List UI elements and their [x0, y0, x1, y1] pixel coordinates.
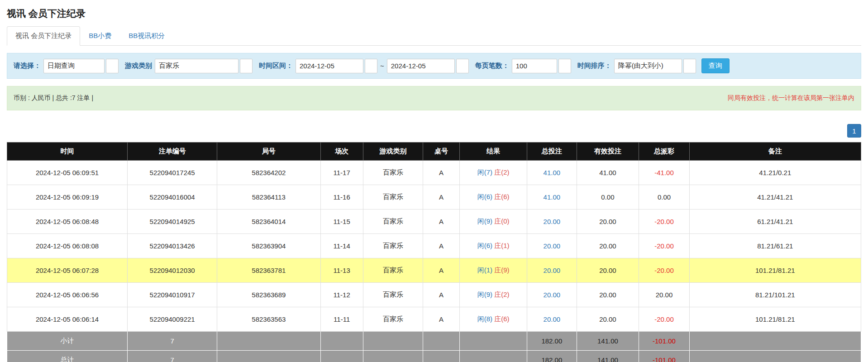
- table-footer-row: 小计7182.00141.00-101.00: [7, 332, 861, 351]
- page-size-label: 每页笔数：: [475, 62, 509, 70]
- total-bet-link[interactable]: 20.00: [544, 267, 561, 274]
- result-banker: 庄(2): [494, 291, 509, 298]
- footer-payout: -101.00: [639, 351, 689, 362]
- tab-bb-tips[interactable]: BB小费: [80, 26, 120, 46]
- page-size-dropdown-button[interactable]: [558, 59, 571, 73]
- table-row[interactable]: 2024-12-05 06:08:48522094014925582364014…: [7, 210, 861, 234]
- column-header: 总派彩: [639, 143, 689, 161]
- tab-betting-records[interactable]: 视讯 会员下注纪录: [7, 26, 80, 46]
- cell-bet-id: 522094010917: [128, 283, 217, 307]
- cell-game-type: 百家乐: [363, 234, 423, 258]
- cell-payout: -20.00: [639, 234, 689, 258]
- cell-time: 2024-12-05 06:07:28: [7, 258, 128, 283]
- summary-bar: 币别 : 人民币 | 总共 :7 注单 | 同局有效投注，统一计算在该局第一张注…: [7, 86, 861, 110]
- cell-result: 闲(9) 庄(0): [460, 210, 527, 234]
- game-type-input[interactable]: [155, 59, 238, 73]
- result-player: 闲(7): [477, 168, 492, 176]
- total-bet-link[interactable]: 41.00: [544, 169, 561, 176]
- cell-payout: 0.00: [639, 185, 689, 210]
- cell-valid-bet: 41.00: [577, 161, 639, 185]
- cell-total-bet: 41.00: [527, 185, 577, 210]
- cell-total-bet: 20.00: [527, 283, 577, 307]
- cell-result: 闲(8) 庄(6): [460, 307, 527, 332]
- total-bet-link[interactable]: 41.00: [544, 193, 561, 201]
- time-sort-input[interactable]: [614, 59, 682, 73]
- cell-time: 2024-12-05 06:06:56: [7, 283, 128, 307]
- cell-valid-bet: 20.00: [577, 283, 639, 307]
- search-button[interactable]: 查询: [701, 58, 730, 73]
- footer-empty: [363, 351, 423, 362]
- cell-session: 11-17: [320, 161, 363, 185]
- cell-result: 闲(7) 庄(2): [460, 161, 527, 185]
- date-from-input[interactable]: [296, 59, 363, 73]
- cell-time: 2024-12-05 06:06:14: [7, 307, 128, 332]
- tab-bar: 视讯 会员下注纪录 BB小费 BB视讯积分: [7, 26, 861, 46]
- cell-session: 11-13: [320, 258, 363, 283]
- game-type-dropdown-button[interactable]: [240, 59, 253, 73]
- total-bet-link[interactable]: 20.00: [544, 291, 561, 299]
- cell-note: 41.21/41.21: [689, 185, 861, 210]
- result-banker: 庄(1): [494, 242, 509, 249]
- cell-total-bet: 20.00: [527, 307, 577, 332]
- column-header: 桌号: [423, 143, 459, 161]
- page-number-button[interactable]: 1: [847, 124, 861, 138]
- footer-empty: [460, 351, 527, 362]
- cell-note: 81.21/61.21: [689, 234, 861, 258]
- cell-game-type: 百家乐: [363, 210, 423, 234]
- cell-time: 2024-12-05 06:09:51: [7, 161, 128, 185]
- cell-game-type: 百家乐: [363, 307, 423, 332]
- table-body: 2024-12-05 06:09:51522094017245582364202…: [7, 161, 861, 362]
- cell-game-type: 百家乐: [363, 258, 423, 283]
- total-bet-link[interactable]: 20.00: [544, 242, 561, 250]
- cell-bet-id: 522094012030: [128, 258, 217, 283]
- table-row[interactable]: 2024-12-05 06:08:08522094013426582363904…: [7, 234, 861, 258]
- footer-payout: -101.00: [639, 332, 689, 351]
- column-header: 场次: [320, 143, 363, 161]
- table-row[interactable]: 2024-12-05 06:09:51522094017245582364202…: [7, 161, 861, 185]
- time-sort-dropdown-button[interactable]: [683, 59, 696, 73]
- cell-payout: -20.00: [639, 307, 689, 332]
- table-row[interactable]: 2024-12-05 06:07:28522094012030582363781…: [7, 258, 861, 283]
- column-header: 备注: [689, 143, 861, 161]
- date-to-dropdown-button[interactable]: [456, 59, 469, 73]
- result-player: 闲(9): [477, 291, 492, 298]
- cell-game-type: 百家乐: [363, 161, 423, 185]
- column-header: 游戏类别: [363, 143, 423, 161]
- footer-total-bet: 182.00: [527, 332, 577, 351]
- footer-empty: [460, 332, 527, 351]
- cell-table-no: A: [423, 161, 459, 185]
- total-bet-link[interactable]: 20.00: [544, 315, 561, 323]
- pagination-top: 1: [7, 124, 861, 138]
- cell-game-type: 百家乐: [363, 283, 423, 307]
- total-bet-link[interactable]: 20.00: [544, 218, 561, 225]
- table-row[interactable]: 2024-12-05 06:06:56522094010917582363689…: [7, 283, 861, 307]
- cell-session: 11-11: [320, 307, 363, 332]
- cell-table-no: A: [423, 307, 459, 332]
- cell-bet-id: 522094016004: [128, 185, 217, 210]
- footer-empty: [217, 351, 320, 362]
- cell-round-id: 582363904: [217, 234, 320, 258]
- select-type-input[interactable]: [43, 59, 105, 73]
- footer-empty: [363, 332, 423, 351]
- date-to-input[interactable]: [387, 59, 455, 73]
- footer-count: 7: [128, 332, 217, 351]
- cell-bet-id: 522094014925: [128, 210, 217, 234]
- result-player: 闲(1): [477, 266, 492, 274]
- cell-valid-bet: 0.00: [577, 185, 639, 210]
- date-from-dropdown-button[interactable]: [365, 59, 377, 73]
- footer-empty: [689, 332, 861, 351]
- page-size-input[interactable]: [512, 59, 557, 73]
- cell-payout: -20.00: [639, 258, 689, 283]
- table-row[interactable]: 2024-12-05 06:09:19522094016004582364113…: [7, 185, 861, 210]
- footer-empty: [320, 351, 363, 362]
- page: 视讯 会员下注纪录 视讯 会员下注纪录 BB小费 BB视讯积分 请选择： 游戏类…: [0, 0, 868, 362]
- column-header: 时间: [7, 143, 128, 161]
- cell-valid-bet: 20.00: [577, 307, 639, 332]
- table-row[interactable]: 2024-12-05 06:06:14522094009221582363563…: [7, 307, 861, 332]
- cell-total-bet: 20.00: [527, 234, 577, 258]
- cell-payout: 20.00: [639, 283, 689, 307]
- select-type-dropdown-button[interactable]: [106, 59, 119, 73]
- result-player: 闲(8): [477, 315, 492, 323]
- tab-bb-points[interactable]: BB视讯积分: [120, 26, 173, 46]
- cell-table-no: A: [423, 283, 459, 307]
